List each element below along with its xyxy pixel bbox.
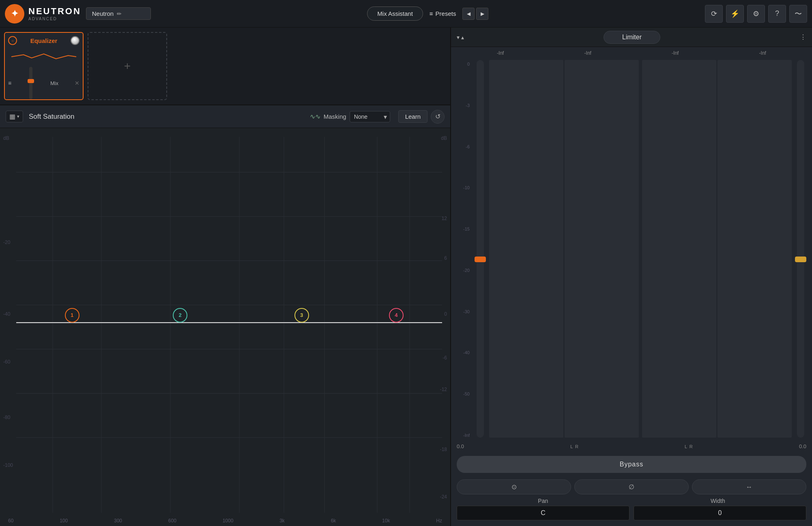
power-icon: ○ (11, 38, 14, 43)
hz-3k: 3k (279, 518, 285, 524)
lightning-icon-button[interactable]: ⚡ (726, 5, 744, 23)
equalizer-module-card[interactable]: ○ Equalizer ≡ (4, 32, 84, 100)
eq-node-4[interactable]: 4 (389, 308, 404, 323)
close-icon[interactable]: ✕ (75, 80, 79, 86)
scale-30: -30 (457, 309, 470, 314)
db-r-12: 12 (442, 216, 447, 221)
app-name: NEUTRON ADVANCED (28, 6, 81, 21)
null-icon-button[interactable]: ∅ (574, 479, 689, 494)
hz-10k: 10k (382, 518, 390, 524)
presets-button[interactable]: ≡ Presets (430, 10, 456, 17)
hz-1000: 1000 (223, 518, 234, 524)
link-icon: ⊙ (511, 483, 517, 491)
scale-inf: -Inf (457, 433, 470, 438)
eq-node-3[interactable]: 3 (294, 308, 309, 323)
refresh-icon-button[interactable]: ↺ (431, 110, 445, 124)
limiter-header: ▾ ▴ Limiter ⋮ (451, 28, 812, 47)
hz-60: 60 (8, 518, 13, 524)
mix-assistant-button[interactable]: Mix Assistant (367, 6, 423, 21)
top-bar: ✦ NEUTRON ADVANCED Neutron ✏ Mix Assista… (0, 0, 812, 28)
bottom-val-right: 0.0 (799, 443, 806, 449)
width-arrows-icon: ↔ (746, 483, 752, 491)
gear-icon-button[interactable]: ⚙ (747, 5, 765, 23)
preset-name-text: Neutron (92, 10, 114, 17)
link-icon-button[interactable]: ⊙ (457, 479, 571, 494)
hz-600: 600 (168, 518, 176, 524)
db-label-100: -100 (3, 462, 13, 468)
hz-labels: 60 100 300 600 1000 3k 6k 10k Hz (0, 518, 450, 524)
db-label-80: -80 (3, 415, 10, 420)
question-icon-button[interactable]: ? (768, 5, 786, 23)
hz-300: 300 (114, 518, 122, 524)
db-r-0: 0 (444, 311, 447, 317)
soft-saturation-label: Soft Saturation (29, 113, 74, 121)
eq-chart-svg (0, 128, 450, 526)
meter-val-3: -Inf (672, 50, 679, 56)
hz-unit: Hz (436, 518, 442, 524)
width-value: 0 (718, 509, 722, 516)
module-list-icon[interactable]: ≡ (8, 80, 11, 86)
width-value-box[interactable]: 0 (634, 506, 806, 520)
band-selector[interactable]: ▦ ▾ (6, 111, 23, 122)
scale-6: -6 (457, 144, 470, 149)
eq-node-2[interactable]: 2 (173, 308, 187, 323)
refresh-icon: ↺ (435, 113, 440, 120)
pan-width-icons-row: ⊙ ∅ ↔ (451, 476, 812, 498)
left-meter-bars (489, 60, 639, 438)
eq-node-1[interactable]: 1 (65, 308, 79, 323)
history-icon-button[interactable]: ⟳ (705, 5, 723, 23)
module-eq-line (8, 47, 79, 67)
pan-width-labels: Pan Width (451, 498, 812, 506)
bypass-button[interactable]: Bypass (457, 456, 806, 473)
limiter-title-button[interactable]: Limiter (604, 31, 660, 44)
limiter-title-area: Limiter (464, 31, 800, 44)
module-strip: ○ Equalizer ≡ (0, 28, 450, 105)
right-meter-bar-l (642, 60, 716, 438)
scale-20: -20 (457, 268, 470, 273)
masking-area: ∿∿ Masking None Track 1 Track 2 Learn ↺ (310, 110, 445, 124)
limiter-arrow-up[interactable]: ▴ (461, 34, 464, 41)
masking-select[interactable]: None Track 1 Track 2 (350, 111, 390, 122)
right-fader-column (795, 60, 806, 438)
limiter-arrows: ▾ ▴ (457, 34, 464, 41)
right-fader-track[interactable] (797, 60, 804, 438)
right-meter-bars (642, 60, 792, 438)
module-power-button[interactable]: ○ (8, 36, 17, 45)
left-fader-thumb[interactable] (475, 257, 486, 262)
meter-bottom-row: 0.0 L R L R 0.0 (451, 442, 812, 453)
top-right-icons: ⟳ ⚡ ⚙ ? 〜 (705, 5, 807, 23)
db-r-6: 6 (444, 255, 447, 261)
null-icon: ∅ (629, 483, 634, 491)
presets-icon: ≡ (430, 10, 433, 17)
pan-value-box[interactable]: C (457, 506, 629, 520)
scale-3: -3 (457, 103, 470, 108)
eq-chart-area[interactable]: dB -20 -40 -60 -80 -100 dB 12 6 0 -6 -12… (0, 128, 450, 526)
db-r-neg18: -18 (440, 447, 447, 452)
limiter-menu-icon[interactable]: ⋮ (800, 33, 806, 41)
bypass-section: Bypass (451, 453, 812, 476)
module-name: Equalizer (30, 37, 58, 44)
band-grid-icon: ▦ (9, 113, 15, 120)
module-knob[interactable] (71, 36, 79, 45)
nav-next-button[interactable]: ▶ (476, 8, 488, 20)
lightning-icon: ⚡ (730, 9, 739, 18)
scale-10: -10 (457, 185, 470, 190)
db-label-20: -20 (3, 239, 10, 245)
learn-button[interactable]: Learn (398, 110, 427, 123)
module-card-bottom: ≡ Mix ✕ (8, 67, 79, 99)
preset-name-box[interactable]: Neutron ✏ (86, 7, 151, 20)
add-module-button[interactable]: + (88, 32, 167, 100)
eq-controls-bar: ▦ ▾ Soft Saturation ∿∿ Masking None Trac… (0, 105, 450, 128)
waveform-icon-button[interactable]: 〜 (789, 5, 807, 23)
limiter-arrow-down[interactable]: ▾ (457, 34, 460, 41)
width-arrows-icon-button[interactable]: ↔ (692, 479, 806, 494)
left-fader-track[interactable] (477, 60, 484, 438)
module-fader-thumb-left[interactable] (28, 79, 34, 83)
nav-prev-button[interactable]: ◀ (462, 8, 475, 20)
right-panel: ▾ ▴ Limiter ⋮ -Inf -Inf -Inf -Inf 0 -3 -… (450, 28, 812, 526)
bottom-lr-right: L R (685, 444, 693, 449)
module-fader-left[interactable] (29, 67, 32, 99)
hz-6k: 6k (331, 518, 336, 524)
plus-icon: + (124, 60, 131, 73)
right-fader-thumb[interactable] (795, 257, 806, 262)
